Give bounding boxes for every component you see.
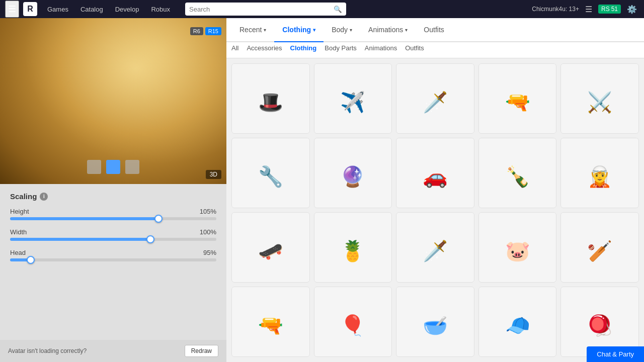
left-panel: R6 R15 3D Scaling i Height 105% [0,18,226,362]
search-icon-button[interactable]: 🔍 [334,6,342,13]
top-navigation: ☰ R GamesCatalogDevelopRobux 🔍 Chicmunk4… [0,0,644,18]
slider-track-width[interactable] [10,238,216,241]
avatar-center-button[interactable] [106,160,120,174]
sliders-container: Height 105% Width 100% Head 95% [10,208,216,261]
slider-row-height: Height 105% [10,208,216,220]
error-text: Avatar isn't loading correctly? [8,347,87,354]
item-card[interactable]: 🧢 Hat [478,287,557,357]
sub-tab-outfits[interactable]: Outfits [405,42,424,54]
scaling-section: Scaling i Height 105% Width 100% Head 95… [0,184,226,278]
slider-track-height[interactable] [10,217,216,220]
robux-amount: 51 [611,6,618,13]
avatar-view: R6 R15 3D [0,18,226,184]
item-card[interactable]: 🔧 Hunk's Energy C... [231,138,310,208]
cat-tab-clothing[interactable]: Clothing▾ [274,18,324,42]
username-label: Chicmunk4u: 13+ [532,6,579,13]
catalog-tabs: Recent▾Clothing▾Body▾Animations▾Outfits [226,18,644,42]
search-input[interactable] [189,6,334,13]
item-card[interactable]: ⚔️ Blade of Marmo... [560,63,639,134]
sub-tab-accessories[interactable]: Accessories [247,42,282,54]
chat-party-button[interactable]: Chat & Party [587,346,644,362]
slider-thumb[interactable] [146,235,154,243]
items-grid: 🎩 Scrooge McDuck ✈️ Scrooge McDuc... 🗡️ … [226,58,644,362]
cat-tab-outfits[interactable]: Outfits [416,18,452,42]
item-image: 🥣 [396,287,474,357]
item-image: 🧝 [561,138,638,208]
item-card[interactable]: 🍾 Ship in a Bottle [478,138,557,208]
sub-tab-clothing[interactable]: Clothing [290,42,317,54]
item-image: 🔫 [232,287,309,357]
item-card[interactable]: 🧝 Brainy Smurf [560,138,639,208]
robux-badge: RS 51 [598,5,621,14]
item-card[interactable]: 🥣 Fruity Pebbles... [396,287,474,357]
avatar-prev-button[interactable] [87,160,101,174]
r15-badge[interactable]: R15 [205,27,221,35]
sub-tab-animations[interactable]: Animations [365,42,397,54]
item-card[interactable]: 🔫 AR5G... [231,287,310,357]
item-image: 🍍 [314,213,392,283]
nav-link-games[interactable]: Games [41,0,74,18]
item-image: 🚗 [396,138,474,208]
avatar-next-button[interactable] [125,160,139,174]
sub-tab-body-parts[interactable]: Body Parts [325,42,357,54]
roblox-logo: R [23,2,37,16]
slider-label-width: Width 100% [10,228,216,236]
slider-row-head: Head 95% [10,249,216,261]
3d-badge: 3D [206,170,221,179]
nav-right: Chicmunk4u: 13+ ☰ RS 51 ⚙️ [532,3,639,16]
slider-row-width: Width 100% [10,228,216,241]
scaling-title: Scaling i [10,192,216,201]
nav-links: GamesCatalogDevelopRobux [41,0,176,18]
item-card[interactable]: 🔫 Lance's Energy ... [478,63,557,134]
item-card[interactable]: 🛹 Slime Skatboa... [231,212,310,283]
item-card[interactable]: 🎩 Scrooge McDuck [231,63,310,134]
item-image: 🐷 [479,213,556,283]
item-image: 🎩 [232,64,309,134]
nav-link-catalog[interactable]: Catalog [74,0,109,18]
settings-icon[interactable]: ⚙️ [625,3,639,16]
nav-link-robux[interactable]: Robux [145,0,176,18]
item-image: 🎈 [314,287,392,357]
item-card[interactable]: 🔮 Professor Poop... [314,138,392,208]
item-image: 🧢 [479,287,556,357]
slider-thumb[interactable] [154,215,163,223]
item-image: 🗡️ [396,64,474,134]
redraw-button[interactable]: Redraw [185,345,218,357]
slider-label-height: Height 105% [10,208,216,215]
item-card[interactable]: ✈️ Scrooge McDuc... [314,63,392,134]
item-card[interactable]: 🐷 Pua [478,212,557,283]
hamburger-menu[interactable]: ☰ [5,1,19,18]
cat-tab-recent[interactable]: Recent▾ [231,18,274,42]
item-card[interactable]: 🚗 Lightning McQu... [396,138,474,208]
sub-tab-all[interactable]: All [231,42,238,54]
item-card[interactable]: 🍍 Slime Potion [314,212,392,283]
item-card[interactable]: 🏏 Moana's Paddle [560,212,639,283]
item-image: 🍾 [479,138,556,208]
item-image: 🔫 [479,64,556,134]
slider-fill [10,217,158,220]
slider-thumb[interactable] [27,256,35,264]
right-panel: Recent▾Clothing▾Body▾Animations▾Outfits … [226,18,644,362]
item-card[interactable]: 🎈 🎈 [314,287,392,357]
robux-icon: RS [601,6,610,13]
scaling-info-icon[interactable]: i [40,193,48,201]
sub-tabs: AllAccessoriesClothingBody PartsAnimatio… [226,42,644,58]
notifications-icon[interactable]: ☰ [583,3,594,16]
nav-link-develop[interactable]: Develop [109,0,145,18]
item-image: 🔧 [232,138,309,208]
item-card[interactable]: 🗡️ Sword of Kubo'... [396,212,474,283]
search-bar: 🔍 [185,3,346,16]
item-card[interactable]: 🗡️ Birth of the Dra... [396,63,474,134]
item-image: ✈️ [314,64,392,134]
r6-badge[interactable]: R6 [190,27,203,35]
item-image: ⚔️ [561,64,638,134]
light-rays [0,18,226,184]
cat-tab-animations[interactable]: Animations▾ [360,18,416,42]
slider-track-head[interactable] [10,258,216,261]
cat-tab-body[interactable]: Body▾ [324,18,360,42]
slider-fill [10,238,150,241]
avatar-error-bar: Avatar isn't loading correctly? Redraw [0,340,226,362]
slider-label-head: Head 95% [10,249,216,256]
item-image: 🏏 [561,213,638,283]
main-layout: R6 R15 3D Scaling i Height 105% [0,18,644,362]
